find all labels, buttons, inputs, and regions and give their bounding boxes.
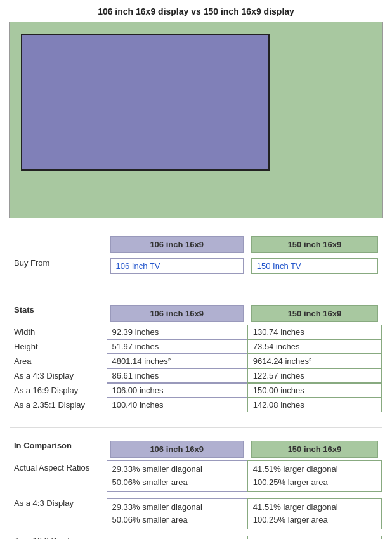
stats-col1-value: 51.97 inches: [107, 339, 247, 354]
col1-header-stats: 106 inch 16x9: [110, 305, 244, 322]
buy-from-label: Buy From: [10, 256, 107, 276]
col2-header-buy: 150 inch 16x9: [251, 236, 378, 253]
stats-col1-value: 4801.14 inches²: [107, 354, 247, 368]
col2-header-stats: 150 inch 16x9: [251, 305, 378, 322]
stats-col1-value: 100.40 inches: [107, 398, 247, 412]
stats-col1-value: 92.39 inches: [107, 325, 247, 339]
stats-row: As a 2.35:1 Display 100.40 inches 142.08…: [10, 398, 382, 412]
comparison-col2-value: 41.51% larger diagonal100.25% larger are…: [247, 460, 382, 492]
comparison-col1-value: 29.33% smaller diagonal50.06% smaller ar…: [107, 460, 247, 492]
buy-from-table: 106 inch 16x9 150 inch 16x9 Buy From 106…: [10, 233, 382, 276]
comparison-row: As a 4:3 Display 29.33% smaller diagonal…: [10, 493, 382, 531]
stats-col2-value: 130.74 inches: [247, 325, 382, 339]
stats-row-label: Width: [10, 325, 107, 339]
stats-row: As a 4:3 Display 86.61 inches 122.57 inc…: [10, 368, 382, 383]
stats-col2-value: 9614.24 inches²: [247, 354, 382, 368]
stats-row: Width 92.39 inches 130.74 inches: [10, 325, 382, 339]
comparison-table: In Comparison 106 inch 16x9 150 inch 16x…: [10, 438, 382, 539]
comparison-col2-value: 41.51% larger diagonal100.25% larger are…: [247, 536, 382, 539]
stats-row: Height 51.97 inches 73.54 inches: [10, 339, 382, 354]
divider-2: [10, 427, 382, 428]
comparison-row: Actual Aspect Ratios 29.33% smaller diag…: [10, 460, 382, 493]
comparison-col1-value: 29.33% smaller diagonal50.06% smaller ar…: [107, 536, 247, 539]
display-visual: [9, 22, 383, 218]
buy-from-section: 106 inch 16x9 150 inch 16x9 Buy From 106…: [0, 228, 392, 287]
stats-section: Stats 106 inch 16x9 150 inch 16x9 Width …: [0, 297, 392, 422]
comparison-row-label: As a 16:9 Display: [10, 531, 107, 539]
display-inner-box: [21, 34, 270, 171]
stats-label: Stats: [10, 302, 107, 325]
comparison-col2-value: 41.51% larger diagonal100.25% larger are…: [247, 498, 382, 530]
comparison-label: In Comparison: [10, 438, 107, 460]
stats-col2-value: 122.57 inches: [247, 368, 382, 383]
stats-col2-value: 142.08 inches: [247, 398, 382, 412]
comparison-col1-value: 29.33% smaller diagonal50.06% smaller ar…: [107, 498, 247, 530]
stats-col2-value: 150.00 inches: [247, 383, 382, 398]
buy-col2-link[interactable]: 150 Inch TV: [251, 258, 378, 274]
comparison-row-label: As a 4:3 Display: [10, 493, 107, 531]
stats-row-label: Area: [10, 354, 107, 368]
stats-col1-value: 106.00 inches: [107, 383, 247, 398]
buy-col1-link[interactable]: 106 Inch TV: [110, 258, 244, 274]
col2-header-comp: 150 inch 16x9: [251, 441, 378, 458]
stats-row: As a 16:9 Display 106.00 inches 150.00 i…: [10, 383, 382, 398]
stats-row: Area 4801.14 inches² 9614.24 inches²: [10, 354, 382, 368]
page-title: 106 inch 16x9 display vs 150 inch 16x9 d…: [0, 0, 392, 22]
stats-col2-value: 73.54 inches: [247, 339, 382, 354]
stats-row-label: As a 16:9 Display: [10, 383, 107, 398]
col1-header-comp: 106 inch 16x9: [110, 441, 244, 458]
stats-row-label: Height: [10, 339, 107, 354]
comparison-row-label: Actual Aspect Ratios: [10, 460, 107, 493]
col1-header-buy: 106 inch 16x9: [110, 236, 244, 253]
stats-row-label: As a 4:3 Display: [10, 368, 107, 383]
comparison-section: In Comparison 106 inch 16x9 150 inch 16x…: [0, 433, 392, 539]
comparison-row: As a 16:9 Display 29.33% smaller diagona…: [10, 531, 382, 539]
stats-col1-value: 86.61 inches: [107, 368, 247, 383]
divider-1: [10, 292, 382, 292]
stats-row-label: As a 2.35:1 Display: [10, 398, 107, 412]
stats-table: Stats 106 inch 16x9 150 inch 16x9 Width …: [10, 302, 382, 412]
